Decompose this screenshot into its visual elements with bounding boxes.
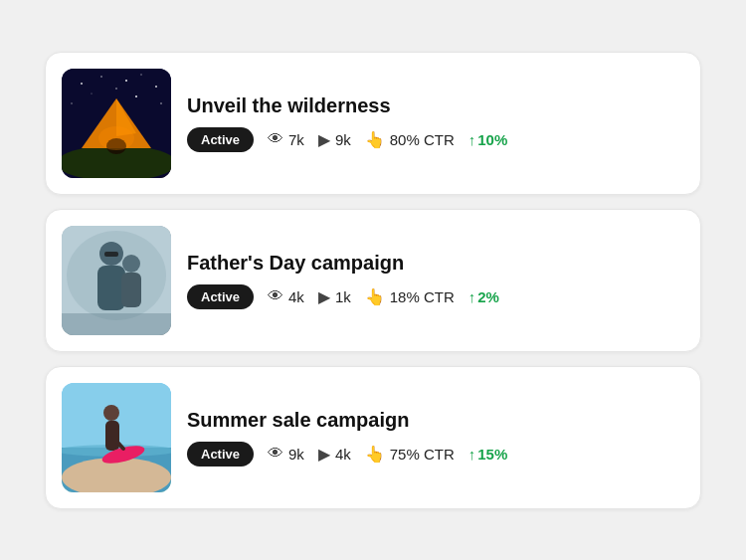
svg-rect-29 [105,421,119,451]
card-stats-2: Active 👁 4k ▶ 1k 👆 18% CTR ↑ 2% [187,284,499,309]
card-title-1: Unveil the wilderness [187,94,507,117]
status-badge-3: Active [187,442,254,467]
svg-point-7 [115,88,117,90]
eye-icon-2: 👁 [268,287,283,305]
up-arrow-3: ↑ [468,446,476,463]
svg-point-28 [103,405,119,421]
svg-rect-22 [104,252,118,257]
play-icon-3: ▶ [318,445,330,464]
campaign-card-3[interactable]: Summer sale campaign Active 👁 9k ▶ 4k 👆 … [45,366,701,509]
clicks-stat-3: ▶ 4k [318,445,351,464]
card-content-2: Father's Day campaign Active 👁 4k ▶ 1k 👆… [187,252,499,309]
card-image-1 [62,69,171,178]
card-stats-1: Active 👁 7k ▶ 9k 👆 80% CTR ↑ 10% [187,127,507,152]
card-stats-3: Active 👁 9k ▶ 4k 👆 75% CTR ↑ 15% [187,442,507,467]
ctr-stat-2: 👆 18% CTR [365,287,455,306]
play-icon-1: ▶ [318,130,330,149]
ctr-stat-1: 👆 80% CTR [365,130,455,149]
svg-point-20 [122,255,140,273]
play-icon-2: ▶ [318,287,330,306]
card-image-2 [62,226,171,335]
svg-point-15 [98,126,134,150]
campaign-card-1[interactable]: Unveil the wilderness Active 👁 7k ▶ 9k 👆… [45,52,701,195]
eye-icon-3: 👁 [268,445,283,463]
svg-point-1 [81,83,83,85]
card-content-3: Summer sale campaign Active 👁 9k ▶ 4k 👆 … [187,409,507,467]
svg-point-2 [100,76,102,78]
touch-icon-2: 👆 [365,287,385,306]
svg-point-4 [140,74,141,75]
campaign-card-2[interactable]: Father's Day campaign Active 👁 4k ▶ 1k 👆… [45,209,701,352]
growth-stat-2: ↑ 2% [468,288,499,305]
touch-icon-3: 👆 [365,445,385,464]
up-arrow-2: ↑ [468,288,476,305]
card-content-1: Unveil the wilderness Active 👁 7k ▶ 9k 👆… [187,94,507,152]
svg-point-6 [91,93,92,93]
svg-point-8 [135,95,137,97]
svg-point-9 [71,102,72,103]
svg-point-3 [125,80,127,82]
views-stat-1: 👁 7k [268,130,304,148]
svg-rect-21 [121,273,141,307]
clicks-stat-2: ▶ 1k [318,287,351,306]
svg-rect-23 [62,313,171,335]
card-title-3: Summer sale campaign [187,409,507,432]
svg-point-10 [160,102,162,104]
status-badge-2: Active [187,284,254,309]
views-stat-3: 👁 9k [268,445,304,463]
growth-stat-3: ↑ 15% [468,446,508,463]
status-badge-1: Active [187,127,254,152]
ctr-stat-3: 👆 75% CTR [365,445,455,464]
up-arrow-1: ↑ [468,131,476,148]
growth-stat-1: ↑ 10% [468,131,508,148]
views-stat-2: 👁 4k [268,287,304,305]
clicks-stat-1: ▶ 9k [318,130,351,149]
svg-point-5 [155,86,157,88]
touch-icon-1: 👆 [365,130,385,149]
eye-icon-1: 👁 [268,130,283,148]
card-title-2: Father's Day campaign [187,252,499,275]
svg-rect-19 [97,266,125,310]
card-image-3 [62,383,171,492]
